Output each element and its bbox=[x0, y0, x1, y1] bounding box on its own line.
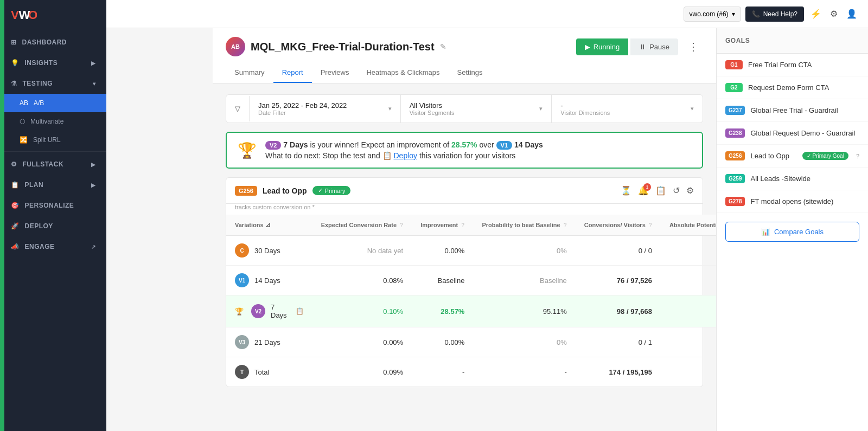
hourglass-icon[interactable]: ⏳ bbox=[621, 185, 631, 196]
improvement-header: Improvement ? bbox=[412, 215, 473, 236]
chevron-icon: ▶ bbox=[91, 60, 96, 66]
var-badge-control: C bbox=[235, 243, 249, 258]
goal-item-g238[interactable]: G238 Global Request Demo - Guardrail bbox=[717, 122, 868, 145]
tab-report[interactable]: Report bbox=[273, 63, 312, 83]
absolute-loss-v2: 0.00% bbox=[661, 295, 716, 327]
filter-funnel-icon[interactable]: ⊿ bbox=[265, 221, 271, 229]
chart-icon: 📊 bbox=[761, 228, 770, 236]
conversions-v3: 0 / 1 bbox=[576, 327, 661, 357]
variation-cell-v3: V3 21 Days bbox=[226, 327, 312, 357]
table-row: C 30 Days No data yet 0.00% 0% 0 / 0 0.0… bbox=[226, 236, 716, 266]
improvement-v3: 0.00% bbox=[412, 327, 473, 357]
table-actions: ⏳ 🔔 1 📋 ↺ ⚙ bbox=[621, 185, 694, 196]
improvement-value: 28.57% bbox=[451, 140, 477, 149]
alarm-badge: 1 bbox=[643, 183, 651, 191]
var-badge-v2: V2 bbox=[251, 304, 265, 318]
page-header: AB MQL_MKG_Free-Trial-Duration-Test ✎ ▶ … bbox=[213, 28, 716, 83]
absolute-loss-control: 0.00% bbox=[661, 236, 716, 266]
goal-item-g259[interactable]: G259 All Leads -Sitewide bbox=[717, 168, 868, 190]
dimension-filter[interactable]: - Visitor Dimensions ▾ bbox=[552, 95, 703, 123]
conversions-v1: 76 / 97,526 bbox=[576, 266, 661, 295]
goal-name-g259: All Leads -Sitewide bbox=[750, 175, 859, 183]
goal-name-g238: Global Request Demo - Guardrail bbox=[750, 129, 859, 137]
absolute-loss-v3: 0.00% bbox=[661, 327, 716, 357]
goal-badge-g1: G1 bbox=[725, 60, 743, 69]
more-options-button[interactable]: ⋮ bbox=[684, 38, 703, 55]
edit-icon[interactable]: ✎ bbox=[440, 42, 446, 51]
variation-cell-v2: 🏆 V2 7 Days 📋 bbox=[226, 295, 312, 327]
deploy-link[interactable]: Deploy bbox=[393, 151, 417, 160]
segment-filter[interactable]: All Visitors Visitor Segments ▾ bbox=[401, 95, 552, 123]
content-area: AB MQL_MKG_Free-Trial-Duration-Test ✎ ▶ … bbox=[213, 28, 868, 431]
sidebar-item-insights[interactable]: 💡 Insights ▶ bbox=[0, 53, 106, 73]
probability-v3: 0% bbox=[473, 327, 575, 357]
goal-badge-g278: G278 bbox=[725, 197, 745, 206]
sidebar-item-personalize[interactable]: 🎯 Personalize bbox=[0, 195, 106, 216]
filter-bar: ▽ Jan 25, 2022 - Feb 24, 2022 Date Filte… bbox=[226, 94, 703, 123]
date-filter[interactable]: Jan 25, 2022 - Feb 24, 2022 Date Filter … bbox=[250, 95, 401, 123]
var-badge-total: T bbox=[235, 365, 249, 379]
sidebar-item-testing[interactable]: ⚗ Testing ▾ bbox=[0, 73, 106, 94]
compare-goals-button[interactable]: 📊 Compare Goals bbox=[725, 222, 859, 242]
goal-name: Lead to Opp bbox=[263, 186, 307, 195]
chevron-icon: ▶ bbox=[91, 162, 96, 168]
table-header: G256 Lead to Opp ✓ Primary ⏳ 🔔 1 📋 ↺ bbox=[226, 178, 703, 204]
sidebar-item-fullstack[interactable]: ⚙ Fullstack ▶ bbox=[0, 154, 106, 175]
svg-text:O: O bbox=[28, 9, 37, 22]
improvement-v2: 28.57% bbox=[412, 295, 473, 327]
gear-icon[interactable]: ⚙ bbox=[686, 185, 694, 196]
sidebar-item-spliturl[interactable]: 🔀 Split URL bbox=[0, 131, 106, 149]
sidebar-item-dashboard[interactable]: ⊞ Dashboard bbox=[0, 32, 106, 53]
goal-name-g237: Global Free Trial - Guardrail bbox=[750, 106, 859, 114]
running-button[interactable]: ▶ Running bbox=[576, 38, 628, 55]
goals-sidebar: GOALS G1 Free Trial Form CTA G2 Request … bbox=[716, 28, 868, 431]
improvement-v1: Baseline bbox=[412, 266, 473, 295]
dimension-chevron-icon: ▾ bbox=[691, 105, 694, 112]
pause-button[interactable]: ⏸ Pause bbox=[630, 38, 678, 55]
insights-icon: 💡 bbox=[11, 59, 20, 67]
help-icon: ? bbox=[400, 222, 403, 228]
help-icon: ? bbox=[461, 222, 464, 228]
variation-name-v2: 7 Days bbox=[271, 303, 287, 319]
refresh-icon[interactable]: ↺ bbox=[673, 185, 680, 196]
variation-name-control: 30 Days bbox=[254, 247, 280, 255]
goal-badge-g237: G237 bbox=[725, 106, 745, 115]
tab-heatmaps[interactable]: Heatmaps & Clickmaps bbox=[358, 63, 448, 83]
variation-cell-total: T Total bbox=[226, 357, 312, 387]
copy-icon[interactable]: 📋 bbox=[655, 185, 666, 196]
goal-table-section: G256 Lead to Opp ✓ Primary ⏳ 🔔 1 📋 ↺ bbox=[226, 177, 703, 387]
sidebar: V W O ⊞ Dashboard 💡 Insights ▶ ⚗ Testing… bbox=[0, 0, 106, 431]
sidebar-item-deploy[interactable]: 🚀 Deploy bbox=[0, 216, 106, 236]
baseline-days: 14 Days bbox=[514, 140, 543, 149]
deploy-icon: 🚀 bbox=[11, 222, 20, 230]
plan-icon: 📋 bbox=[11, 181, 20, 189]
goal-item-g237[interactable]: G237 Global Free Trial - Guardrail bbox=[717, 99, 868, 122]
tab-previews[interactable]: Previews bbox=[312, 63, 358, 83]
avatar: AB bbox=[226, 37, 245, 56]
sidebar-item-multivariate[interactable]: ⬡ Multivariate bbox=[0, 112, 106, 131]
goal-item-g256[interactable]: G256 Lead to Opp ✓ Primary Goal? bbox=[717, 145, 868, 168]
expected-cr-v1: 0.08% bbox=[312, 266, 412, 295]
goal-item-g2[interactable]: G2 Request Demo Form CTA bbox=[717, 76, 868, 99]
personalize-icon: 🎯 bbox=[11, 202, 20, 209]
sidebar-item-ab[interactable]: AB A/B bbox=[0, 94, 106, 112]
var-badge-v1: V1 bbox=[235, 273, 249, 287]
variations-table: Variations ⊿ Expected Conversion Rate ? … bbox=[226, 215, 716, 387]
check-icon: ✓ bbox=[318, 187, 323, 194]
segment-chevron-icon: ▾ bbox=[539, 105, 542, 112]
goal-name-g1: Free Trial Form CTA bbox=[748, 61, 859, 69]
goal-item-g278[interactable]: G278 FT modal opens (sitewide) bbox=[717, 190, 868, 213]
goal-badge: G256 bbox=[235, 186, 257, 196]
goal-item-g1[interactable]: G1 Free Trial Form CTA bbox=[717, 54, 868, 76]
alarm-icon-container: 🔔 1 bbox=[638, 185, 649, 196]
expected-cr-total: 0.09% bbox=[312, 357, 412, 387]
winner-days: 7 Days bbox=[283, 140, 308, 149]
sidebar-item-engage[interactable]: 📣 Engage ↗ bbox=[0, 236, 106, 257]
sidebar-item-plan[interactable]: 📋 Plan ▶ bbox=[0, 175, 106, 195]
tab-settings[interactable]: Settings bbox=[449, 63, 492, 83]
goals-list: G1 Free Trial Form CTA G2 Request Demo F… bbox=[717, 54, 868, 213]
testing-icon: ⚗ bbox=[11, 80, 17, 87]
table-row: V1 14 Days 0.08% Baseline Baseline 76 / … bbox=[226, 266, 716, 295]
goal-badge-g259: G259 bbox=[725, 174, 745, 183]
tab-summary[interactable]: Summary bbox=[226, 63, 273, 83]
